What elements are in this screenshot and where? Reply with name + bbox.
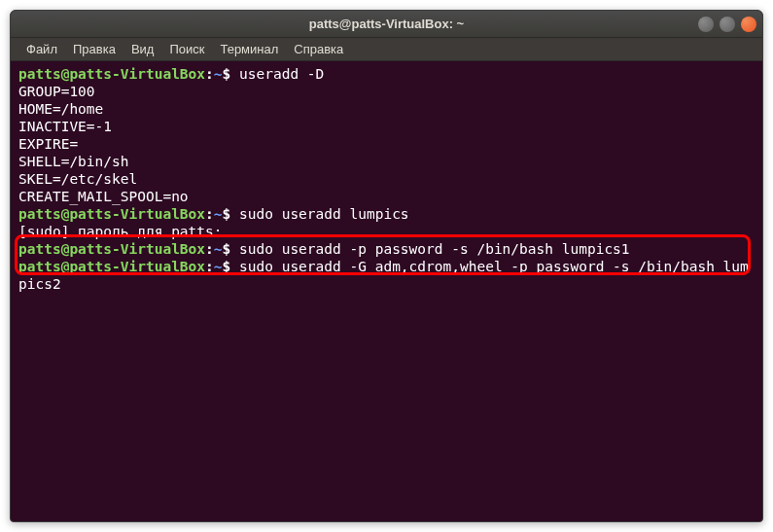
prompt-colon: :	[205, 259, 214, 274]
minimize-button[interactable]	[698, 17, 714, 32]
prompt-colon: :	[205, 66, 214, 82]
prompt-dollar: $	[223, 259, 239, 274]
terminal-window: patts@patts-VirtualBox: ~ Файл Правка Ви…	[10, 10, 763, 522]
prompt-colon: :	[205, 241, 214, 257]
prompt-user: patts@patts-VirtualBox	[18, 259, 205, 274]
command-text: sudo useradd -p password -s /bin/bash lu…	[239, 241, 630, 257]
terminal-output: INACTIVE=-1	[18, 118, 755, 135]
terminal-output: GROUP=100	[18, 83, 755, 100]
menu-view[interactable]: Вид	[123, 40, 162, 58]
prompt-user: patts@patts-VirtualBox	[18, 206, 205, 222]
terminal-output: SHELL=/bin/sh	[18, 153, 755, 170]
prompt-dollar: $	[223, 66, 239, 82]
prompt-user: patts@patts-VirtualBox	[18, 241, 205, 257]
prompt-path: ~	[214, 206, 223, 222]
prompt-dollar: $	[223, 206, 239, 222]
maximize-button[interactable]	[720, 17, 735, 32]
terminal-content[interactable]: patts@patts-VirtualBox:~$ useradd -D GRO…	[11, 61, 762, 297]
prompt-path: ~	[214, 259, 223, 274]
menu-terminal[interactable]: Терминал	[212, 40, 286, 58]
command-text: useradd -D	[239, 66, 324, 82]
terminal-line: patts@patts-VirtualBox:~$ useradd -D	[18, 65, 755, 83]
prompt-user: patts@patts-VirtualBox	[18, 66, 205, 82]
prompt-path: ~	[214, 66, 223, 82]
prompt-colon: :	[205, 206, 214, 222]
terminal-output: SKEL=/etc/skel	[18, 170, 755, 188]
terminal-output: EXPIRE=	[18, 135, 755, 153]
titlebar: patts@patts-VirtualBox: ~	[11, 11, 762, 38]
menu-help[interactable]: Справка	[286, 40, 351, 58]
terminal-output: CREATE_MAIL_SPOOL=no	[18, 188, 755, 205]
prompt-dollar: $	[223, 241, 239, 257]
terminal-line: patts@patts-VirtualBox:~$ sudo useradd l…	[18, 205, 755, 223]
terminal-output: [sudo] пароль для patts:	[18, 223, 755, 240]
window-controls	[698, 17, 756, 32]
menu-file[interactable]: Файл	[18, 40, 65, 58]
close-button[interactable]	[741, 17, 756, 32]
window-title: patts@patts-VirtualBox: ~	[309, 17, 464, 31]
menubar: Файл Правка Вид Поиск Терминал Справка	[11, 38, 762, 61]
menu-edit[interactable]: Правка	[65, 40, 123, 58]
terminal-line: patts@patts-VirtualBox:~$ sudo useradd -…	[18, 258, 755, 293]
prompt-path: ~	[214, 241, 223, 257]
terminal-output: HOME=/home	[18, 100, 755, 118]
command-text: sudo useradd lumpics	[239, 206, 409, 222]
menu-search[interactable]: Поиск	[161, 40, 212, 58]
terminal-line: patts@patts-VirtualBox:~$ sudo useradd -…	[18, 240, 755, 258]
